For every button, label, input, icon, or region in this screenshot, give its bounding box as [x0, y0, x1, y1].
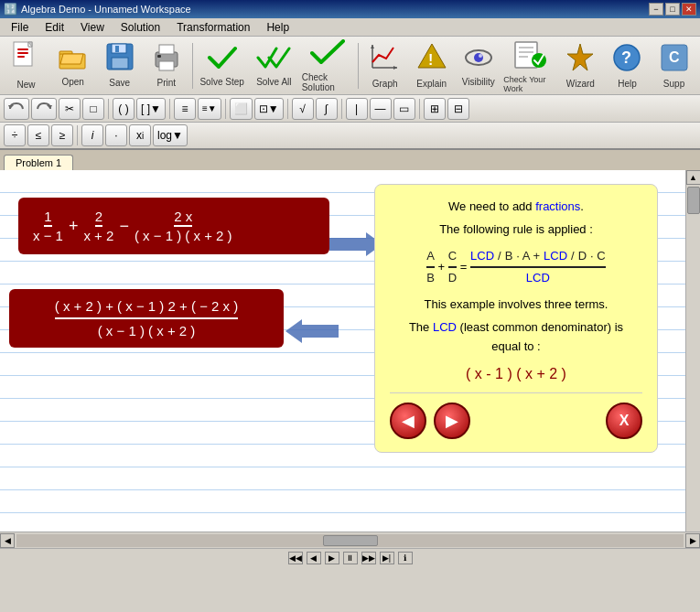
dot-button[interactable]: ·: [105, 124, 127, 146]
frame-button[interactable]: ⬜: [230, 98, 253, 120]
svg-marker-8: [60, 54, 83, 64]
menu-view[interactable]: View: [73, 19, 112, 36]
explain-equal-to: equal to :: [390, 338, 642, 357]
leq-button[interactable]: ≤: [27, 124, 49, 146]
solve-all-label: Solve All: [256, 77, 291, 87]
play-button[interactable]: ▶: [325, 552, 339, 564]
print-label: Print: [156, 78, 176, 88]
pause-button[interactable]: ⏸: [343, 552, 358, 564]
print-icon: [152, 43, 181, 76]
minimize-button[interactable]: −: [649, 3, 663, 16]
menu-transformation[interactable]: Transformation: [169, 19, 257, 36]
grid-button[interactable]: ⊞: [424, 98, 446, 120]
scissors-button[interactable]: ✂: [59, 98, 81, 120]
svg-text:?: ?: [621, 48, 631, 67]
explain-intro: We need to add fractions.: [390, 198, 642, 217]
math-expression-1[interactable]: 1 x − 1 + 2 x + 2 − 2 x ( x − 1 ) ( x + …: [18, 198, 329, 254]
check-work-icon: [513, 38, 546, 73]
geq-button[interactable]: ≥: [51, 124, 73, 146]
solve-all-icon: [256, 44, 291, 75]
supp-label: Supp: [663, 79, 684, 89]
new-button[interactable]: New: [4, 39, 48, 92]
play-end-button[interactable]: ▶|: [380, 552, 394, 564]
svg-marker-20: [393, 66, 397, 70]
box-button[interactable]: ▭: [393, 98, 415, 120]
title-bar: 🔢 Algebra Demo - Unnamed Workspace − □ ✕: [0, 0, 700, 18]
menu-solution[interactable]: Solution: [113, 19, 167, 36]
help-icon: ?: [611, 42, 642, 77]
play-prev-button[interactable]: ◀: [307, 552, 321, 564]
explain-rule-label: The following rule is applied :: [390, 220, 642, 240]
hline-button[interactable]: —: [370, 98, 392, 120]
info-button[interactable]: ℹ: [398, 552, 413, 564]
check-solution-icon: [310, 39, 345, 70]
visibility-icon: [463, 44, 494, 75]
svg-rect-4: [17, 52, 28, 54]
menu-help[interactable]: Help: [259, 19, 296, 36]
explain-icon: !: [416, 42, 447, 77]
frame2-button[interactable]: ⊡▼: [254, 98, 284, 120]
maximize-button[interactable]: □: [665, 3, 680, 16]
svg-marker-39: [285, 319, 339, 343]
check-solution-button[interactable]: Check Solution: [301, 39, 354, 92]
bracket-button[interactable]: [ ]▼: [136, 98, 166, 120]
explain-next-button[interactable]: ▶: [434, 403, 470, 439]
wizard-button[interactable]: Wizard: [558, 39, 603, 92]
redo-button[interactable]: [31, 98, 57, 120]
menu-file[interactable]: File: [4, 19, 36, 36]
play-next-button[interactable]: ▶▶: [361, 552, 376, 564]
svg-rect-16: [157, 55, 161, 58]
scrollbar-thumb-h[interactable]: [323, 535, 378, 546]
title-bar-controls: − □ ✕: [649, 3, 696, 16]
svg-rect-11: [112, 58, 128, 69]
open-button[interactable]: Open: [50, 39, 95, 92]
supp-button[interactable]: C Supp: [652, 39, 696, 92]
help-label: Help: [618, 79, 637, 89]
italic-button[interactable]: i: [81, 124, 103, 146]
print-button[interactable]: Print: [144, 39, 188, 92]
square-button[interactable]: □: [82, 98, 104, 120]
visibility-label: Visibility: [462, 77, 495, 87]
close-button[interactable]: ✕: [682, 3, 696, 16]
explain-formula: A B + C D = LCD/B · A + LCD/D · C: [390, 247, 642, 289]
paren-button[interactable]: ( ): [113, 98, 135, 120]
solve-all-button[interactable]: Solve All: [249, 39, 299, 92]
help-button[interactable]: ? Help: [605, 39, 650, 92]
scroll-up-button[interactable]: ▲: [686, 170, 701, 185]
divide-button[interactable]: ÷: [4, 124, 26, 146]
undo-button[interactable]: [4, 98, 29, 120]
visibility-button[interactable]: Visibility: [456, 39, 501, 92]
subscript-button[interactable]: xi: [129, 124, 151, 146]
solve-step-button[interactable]: Solve Step: [197, 39, 247, 92]
scroll-left-button[interactable]: ◀: [0, 533, 15, 548]
explanation-box: We need to add fractions. The following …: [374, 184, 658, 453]
explain-three-terms: This example involves three terms.: [390, 295, 642, 315]
play-rewind-button[interactable]: ◀◀: [288, 552, 303, 564]
align-left-button[interactable]: ≡: [174, 98, 196, 120]
check-work-button[interactable]: Check Your Work: [502, 39, 555, 92]
align-center-button[interactable]: ≡▼: [198, 98, 221, 120]
math-expression-2[interactable]: ( x + 2 ) + ( x − 1 ) 2 + ( − 2 x ) ( x …: [9, 289, 284, 348]
svg-rect-14: [159, 45, 174, 54]
svg-rect-5: [17, 56, 25, 58]
app-icon: 🔢: [4, 3, 17, 16]
sqrt-button[interactable]: √: [292, 98, 314, 120]
problem-1-tab[interactable]: Problem 1: [4, 155, 73, 170]
wizard-label: Wizard: [566, 79, 595, 89]
scroll-right-button[interactable]: ▶: [685, 533, 700, 548]
save-label: Save: [109, 78, 130, 88]
save-button[interactable]: Save: [97, 39, 142, 92]
explain-close-button[interactable]: X: [606, 403, 642, 439]
explain-prev-button[interactable]: ◀: [390, 403, 426, 439]
vline-button[interactable]: |: [346, 98, 368, 120]
log-button[interactable]: log▼: [153, 124, 188, 146]
title-bar-left: 🔢 Algebra Demo - Unnamed Workspace: [4, 3, 191, 16]
graph-button[interactable]: Graph: [362, 39, 407, 92]
table-button[interactable]: ⊟: [447, 98, 469, 120]
complex-button[interactable]: ∫: [316, 98, 338, 120]
explain-button[interactable]: ! Explain: [409, 39, 454, 92]
svg-marker-19: [371, 45, 374, 48]
scroll-thumb[interactable]: [687, 187, 700, 214]
svg-marker-31: [567, 44, 593, 70]
menu-edit[interactable]: Edit: [38, 19, 71, 36]
